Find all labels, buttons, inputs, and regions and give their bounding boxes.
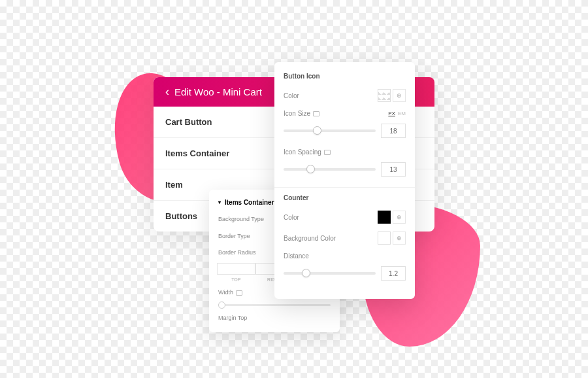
distance-label: Distance xyxy=(284,252,309,260)
bg-color-label: Background Color xyxy=(284,235,336,242)
panel-title: Edit Woo - Mini Cart xyxy=(174,86,262,97)
icon-size-label: Icon Size xyxy=(284,110,310,117)
icon-spacing-label: Icon Spacing xyxy=(284,148,321,156)
section-counter: Counter xyxy=(274,192,415,207)
width-slider[interactable] xyxy=(218,304,331,306)
distance-input[interactable] xyxy=(381,266,406,281)
margin-top-row: Margin Top xyxy=(209,310,340,326)
icon-size-slider[interactable] xyxy=(284,129,376,132)
distance-slider[interactable] xyxy=(284,272,376,275)
icon-spacing-input[interactable] xyxy=(381,162,406,177)
responsive-icon[interactable] xyxy=(313,111,319,116)
unit-selector[interactable]: PXEM xyxy=(388,111,406,116)
button-icon-panel: Button Icon Color ⊕ Icon Size PXEM Icon … xyxy=(274,62,415,299)
counter-color-label: Color xyxy=(284,214,299,221)
global-color-icon[interactable]: ⊕ xyxy=(393,89,406,102)
section-button-icon: Button Icon xyxy=(274,70,415,85)
global-color-icon[interactable]: ⊕ xyxy=(393,211,406,224)
color-swatch-black[interactable] xyxy=(378,211,391,224)
responsive-icon[interactable] xyxy=(236,290,242,296)
color-label: Color xyxy=(284,92,299,99)
color-swatch-white[interactable] xyxy=(378,232,391,245)
global-color-icon[interactable]: ⊕ xyxy=(393,232,406,245)
responsive-icon[interactable] xyxy=(324,150,331,155)
color-swatch-transparent[interactable] xyxy=(378,89,391,102)
icon-size-input[interactable] xyxy=(381,124,406,138)
icon-spacing-slider[interactable] xyxy=(284,168,376,171)
